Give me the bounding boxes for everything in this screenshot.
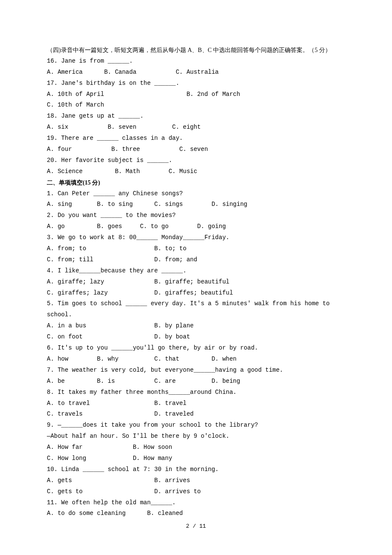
q20-text: 20. Her favorite subject is ______. [47,155,345,166]
s2q2-text: 2. Do you want ______ to the movies? [47,210,345,221]
s2q3-optsAB: A. from; to B. to; to [47,243,345,254]
s2q7-options: A. be B. is C. are D. being [47,376,345,387]
s2q10-optsAB: A. gets B. arrives [47,475,345,486]
s2q8-optsCD: C. travels D. traveled [47,409,345,420]
section2-title: 二、单项填空(15 分) [47,177,345,188]
s2q3-optsCD: C. from; till D. from; and [47,254,345,266]
q17-options-row1: A. 10th of April B. 2nd of March [47,89,345,100]
page-number: 2 / 11 [0,521,392,532]
s2q6-options: A. how B. why C. that D. when [47,354,345,365]
s2q5-text2: school. [47,309,345,321]
q18-options: A. six B. seven C. eight [47,122,345,133]
q17-optB: B. 2nd of March [187,91,240,98]
q17-text: 17. Jane's birthday is on the ______. [47,78,345,89]
s2q4-optsCD: C. giraffes; lazy D. giraffes; beautiful [47,288,345,299]
s2q9-optsAB: A. How far B. How soon [47,442,345,453]
q19-text: 19. There are ______ classes in a day. [47,133,345,144]
s2q5-optsCD: C. on foot D. by boat [47,332,345,343]
section4-instruction: （四)录音中有一篇短文，听短文两遍，然后从每小题 A、B、C 中选出能回答每个问… [47,45,345,56]
q17-optC: C. 10th of March [47,100,345,111]
s2q8-text: 8. It takes my father three months______… [47,387,345,398]
s2q9-text2: —About half an hour. So I'll be there by… [47,431,345,442]
q20-options: A. Science B. Math C. Music [47,166,345,177]
page-container: （四)录音中有一篇短文，听短文两遍，然后从每小题 A、B、C 中选出能回答每个问… [0,0,392,555]
s2q3-text: 3. We go to work at 8: 00______ Monday__… [47,232,345,243]
s2q9-optsCD: C. How long D. How many [47,453,345,464]
s2q11-optsAB: A. to do some cleaning B. cleaned [47,508,345,519]
q16-options: A. America B. Canada C. Australia [47,67,345,78]
q16-text: 16. Jane is from ______. [47,56,345,67]
s2q10-optsCD: C. gets to D. arrives to [47,486,345,497]
s2q5-optsAB: A. in a bus B. by plane [47,321,345,332]
s2q7-text: 7. The weather is very cold, but everyon… [47,365,345,376]
q19-options: A. four B. three C. seven [47,144,345,155]
s2q8-optsAB: A. to travel B. travel [47,398,345,409]
s2q4-text: 4. I like______because they are ______. [47,266,345,277]
q17-optA: A. 10th of April [47,91,104,98]
s2q10-text: 10. Linda ______ school at 7: 30 in the … [47,464,345,475]
s2q6-text: 6. It's up to you ______you'll go there,… [47,343,345,354]
s2q1-options: A. sing B. to sing C. sings D. singing [47,199,345,210]
q18-text: 18. Jane gets up at ______. [47,111,345,122]
s2q5-text1: 5. Tim goes to school ______ every day. … [47,298,345,309]
s2q2-options: A. go B. goes C. to go D. going [47,221,345,232]
s2q1-text: 1. Can Peter ______ any Chinese songs? [47,188,345,199]
s2q11-text: 11. We often help the old man______. [47,497,345,509]
s2q4-optsAB: A. giraffe; lazy B. giraffe; beautiful [47,277,345,288]
s2q9-text1: 9. —______does it take you from your sch… [47,420,345,431]
